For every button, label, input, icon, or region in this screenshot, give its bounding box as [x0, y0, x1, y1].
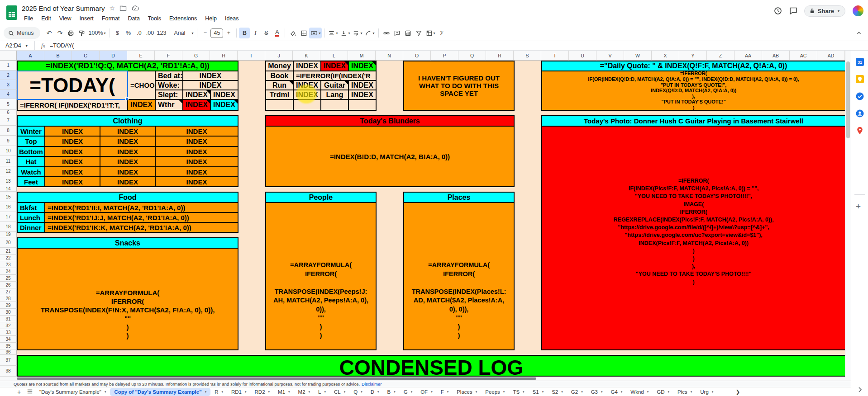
row-header-5[interactable]: 5 [0, 99, 17, 110]
format-percent-button[interactable]: % [123, 28, 134, 38]
sheet-tab[interactable]: G3▾ [587, 388, 607, 396]
row-header-25[interactable]: 25 [0, 275, 17, 282]
grid-cell[interactable]: =INDEX('RD1'!J:J, MATCH(A2, 'RD1'!A:A, 0… [44, 212, 238, 223]
row-header-34[interactable]: 34 [0, 336, 17, 343]
sheet-tab[interactable]: OF▾ [416, 388, 437, 396]
column-header-C[interactable]: C [72, 51, 100, 61]
row-header-4[interactable]: 4 [0, 90, 17, 99]
food-header[interactable]: Food [17, 192, 238, 203]
vertical-scrollbar-thumb[interactable] [846, 61, 850, 138]
decrease-decimal-button[interactable]: .0 [134, 28, 145, 38]
row-header-38[interactable]: 38 [0, 366, 17, 377]
row-header-2[interactable]: 2 [0, 71, 17, 80]
grid-cell[interactable]: INDEX [348, 90, 377, 100]
menu-extensions[interactable]: Extensions [165, 14, 201, 24]
tab-scroll-right-icon[interactable]: ❯ [735, 389, 740, 395]
sheet-tab[interactable]: Pics▾ [673, 388, 696, 396]
menus-search-pill[interactable]: Menus [4, 27, 40, 39]
increase-font-button[interactable]: + [223, 28, 234, 38]
row-header-9[interactable]: 9 [0, 136, 17, 146]
snacks-header[interactable]: Snacks [17, 237, 238, 249]
grid-cell[interactable]: INDEX [44, 166, 100, 177]
row-header-13[interactable]: 13 [0, 176, 17, 186]
calendar-icon[interactable]: 31 [856, 58, 864, 68]
row-header-8[interactable]: 8 [0, 126, 17, 136]
print-button[interactable] [66, 28, 76, 38]
sheet-tab[interactable]: Copy of "Day's Summary Example"▾ [110, 388, 210, 396]
functions-button[interactable]: Σ [437, 28, 448, 38]
people-header[interactable]: People [265, 192, 377, 203]
get-addons-icon[interactable]: + [856, 203, 861, 211]
vertical-scrollbar[interactable] [845, 51, 851, 377]
grid-cell[interactable]: Guitar [320, 80, 349, 90]
clothing-header[interactable]: Clothing [17, 115, 238, 127]
row-header-21[interactable]: 21 [0, 248, 17, 255]
all-sheets-button[interactable]: ☰ [24, 388, 35, 396]
grid-cell[interactable]: Book [265, 71, 294, 81]
cloud-status-icon[interactable] [131, 5, 139, 12]
tab-menu-icon[interactable]: ▾ [344, 390, 346, 394]
grid-cell[interactable]: Slept: [155, 90, 183, 100]
grid-cell[interactable]: INDEX [182, 90, 211, 100]
table-views-button[interactable]: ▾ [424, 28, 437, 38]
grid-cell[interactable]: INDEX [293, 61, 321, 71]
grid-cell[interactable]: =INDEX('RD1'!K:K, MATCH(A2, 'RD1'!A:A, 0… [44, 222, 238, 233]
grid-cell[interactable]: INDEX [100, 126, 156, 137]
grid-cell[interactable]: INDEX [155, 136, 238, 147]
grid-cell[interactable]: INDEX [348, 61, 377, 71]
tab-menu-icon[interactable]: ▾ [309, 390, 310, 394]
grid-cell[interactable]: INDEX [44, 126, 100, 137]
grid-cell[interactable]: Feet [17, 176, 45, 187]
grid-cell[interactable] [348, 99, 377, 111]
increase-decimal-button[interactable]: .00 [145, 28, 156, 38]
tab-menu-icon[interactable]: ▾ [221, 390, 223, 394]
tab-menu-icon[interactable]: ▾ [411, 390, 413, 394]
horizontal-scrollbar-thumb[interactable] [17, 377, 536, 380]
grid-cell[interactable]: INDEX [210, 99, 238, 111]
star-icon[interactable]: ☆ [109, 5, 115, 11]
grid-cell[interactable]: INDEX [44, 146, 100, 157]
row-header-30[interactable]: 30 [0, 309, 17, 316]
blunders-header[interactable]: Today's Blunders [265, 115, 515, 127]
tab-menu-icon[interactable]: ▾ [324, 390, 326, 394]
grid-cell[interactable]: INDEX [100, 146, 156, 157]
menu-tools[interactable]: Tools [144, 14, 165, 24]
grid-cell[interactable]: Bkfst [17, 202, 45, 213]
grid-cell[interactable]: Watch [17, 166, 45, 177]
row-header-29[interactable]: 29 [0, 302, 17, 309]
grid-cell[interactable]: Winter [17, 126, 45, 137]
share-button[interactable]: Share ▾ [804, 5, 845, 17]
sheet-tab[interactable]: RD2▾ [251, 388, 274, 396]
horizontal-scrollbar[interactable] [0, 377, 851, 381]
sheet-tab[interactable]: S1▾ [529, 388, 548, 396]
grid-cell[interactable]: INDEX [155, 166, 238, 177]
grid-cell[interactable]: INDEX [127, 99, 156, 111]
grid-cell[interactable] [265, 99, 294, 111]
column-header-H[interactable]: H [210, 51, 238, 61]
tab-menu-icon[interactable]: ▾ [621, 390, 623, 394]
tasks-icon[interactable] [856, 92, 864, 102]
grid-cell[interactable]: =INDEX('RD1'!I:I, MATCH(A2, 'RD1'!A:A, 0… [44, 202, 238, 213]
insert-chart-button[interactable] [403, 28, 414, 38]
row-header-32[interactable]: 32 [0, 322, 17, 329]
column-header-F[interactable]: F [155, 51, 182, 61]
sheet-tab[interactable]: Places▾ [453, 388, 481, 396]
grid-cell[interactable]: Dinner [17, 222, 45, 233]
font-size-input[interactable]: 45 [210, 28, 223, 38]
cell-space-note[interactable]: I HAVEN'T FIGURED OUT WHAT TO DO WITH TH… [403, 61, 515, 111]
decrease-font-button[interactable]: − [200, 28, 210, 38]
grid-cell[interactable]: INDEX [348, 80, 377, 90]
row-header-17[interactable]: 17 [0, 212, 17, 222]
menu-edit[interactable]: Edit [37, 14, 55, 24]
places-body[interactable]: =ARRAYFORMULA( IFERROR( TRANSPOSE(INDEX(… [403, 202, 515, 350]
column-header-S[interactable]: S [514, 51, 541, 61]
column-header-AA[interactable]: AA [734, 51, 762, 61]
tab-menu-icon[interactable]: ▾ [561, 390, 563, 394]
sheet-tab[interactable]: G2▾ [567, 388, 587, 396]
keep-icon[interactable] [856, 75, 864, 85]
create-filter-button[interactable] [414, 28, 424, 38]
row-header-16[interactable]: 16 [0, 202, 17, 212]
sheet-tab[interactable]: RD1▾ [227, 388, 251, 396]
people-body[interactable]: =ARRAYFORMULA( IFERROR( TRANSPOSE(INDEX(… [265, 202, 377, 350]
column-header-T[interactable]: T [541, 51, 569, 61]
